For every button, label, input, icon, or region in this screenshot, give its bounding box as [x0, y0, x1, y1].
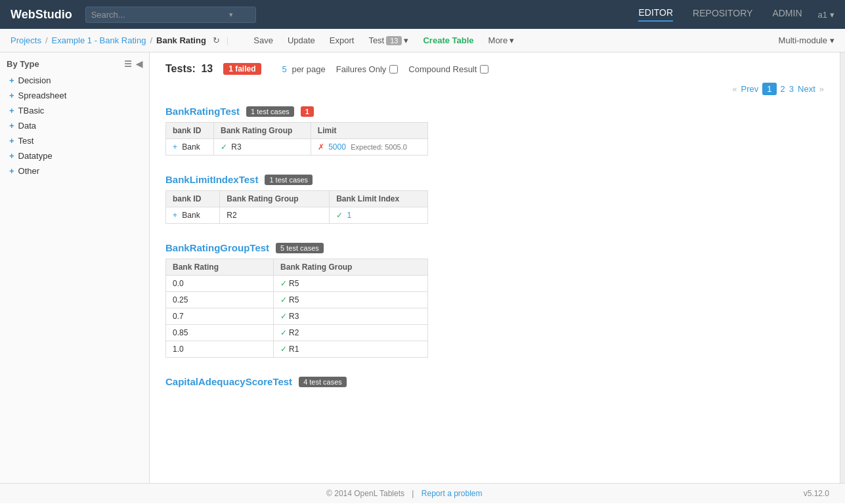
plus-icon: +: [9, 91, 14, 100]
footer: © 2014 OpenL Tablets | Report a problem …: [0, 483, 845, 503]
sidebar-item-spreadsheet[interactable]: + Spreadsheet: [0, 88, 149, 103]
chevron-down-icon: ▾: [229, 10, 233, 19]
sidebar-item-decision[interactable]: + Decision: [0, 73, 149, 88]
test-count-badge: 13: [386, 36, 402, 45]
page-1[interactable]: 1: [762, 83, 776, 95]
sidebar-item-tbasic[interactable]: + TBasic: [0, 103, 149, 118]
report-problem-link[interactable]: Report a problem: [422, 489, 483, 498]
tests-header: Tests: 13 1 failed 5 per page Failures O…: [165, 63, 824, 75]
plus-icon: +: [9, 166, 14, 176]
multi-module-button[interactable]: Multi-module ▾: [779, 35, 834, 45]
version-label: v5.12.0: [804, 489, 829, 498]
cross-icon: ✗: [318, 142, 324, 152]
table-row: 0.85 ✓R2: [166, 325, 428, 341]
prev-page[interactable]: Prev: [741, 84, 759, 94]
chevron-down-icon: ▾: [509, 35, 514, 45]
limit-index-link[interactable]: 1: [347, 211, 352, 220]
nav-links: EDITOR REPOSITORY ADMIN: [638, 7, 802, 22]
per-page-link[interactable]: 5: [282, 64, 287, 74]
more-button[interactable]: More ▾: [483, 33, 520, 48]
bank-rating-group-table: Bank Rating Bank Rating Group 0.0 ✓R5 0.…: [165, 259, 428, 358]
collapse-icon[interactable]: ◀: [136, 59, 142, 69]
refresh-icon[interactable]: ↻: [213, 35, 220, 45]
search-box: ▾: [85, 7, 256, 23]
bank-limit-index-table: bank ID Bank Rating Group Bank Limit Ind…: [165, 190, 428, 224]
test-name-capital-adequacy[interactable]: CapitalAdequacyScoreTest: [165, 376, 292, 387]
sidebar: By Type ☰ ◀ + Decision + Spreadsheet + T…: [0, 52, 150, 483]
test-name-bank-rating[interactable]: BankRatingTest: [165, 106, 240, 117]
menu-icon[interactable]: ☰: [124, 59, 132, 69]
sidebar-item-datatype[interactable]: + Datatype: [0, 148, 149, 163]
test-block-bank-rating: BankRatingTest 1 test cases 1 bank ID Ba…: [165, 106, 824, 156]
plus-icon: +: [9, 121, 14, 131]
limit-link[interactable]: 5000: [328, 142, 346, 152]
test-block-capital-adequacy: CapitalAdequacyScoreTest 4 test cases: [165, 376, 824, 387]
breadcrumb-example[interactable]: Example 1 - Bank Rating: [52, 35, 146, 45]
table-row: 1.0 ✓R1: [166, 341, 428, 358]
test-cases-badge: 5 test cases: [276, 243, 324, 253]
test-cases-badge: 4 test cases: [299, 377, 347, 387]
col-bank-id: bank ID: [166, 123, 214, 139]
check-icon: ✓: [280, 312, 287, 321]
sidebar-header: By Type ☰ ◀: [0, 55, 149, 73]
plus-icon: +: [9, 136, 14, 146]
failures-only: Failures Only: [336, 64, 399, 74]
failures-only-checkbox[interactable]: [389, 65, 398, 74]
expand-icon[interactable]: +: [173, 142, 177, 152]
test-block-bank-limit-index: BankLimitIndexTest 1 test cases bank ID …: [165, 174, 824, 224]
breadcrumb-projects[interactable]: Projects: [11, 35, 41, 45]
compound-result-checkbox[interactable]: [480, 65, 488, 74]
content-area: Tests: 13 1 failed 5 per page Failures O…: [150, 52, 840, 483]
breadcrumb-bar: Projects / Example 1 - Bank Rating / Ban…: [0, 29, 845, 52]
table-row: 0.25 ✓R5: [166, 292, 428, 308]
pagination: « Prev 1 2 3 Next »: [165, 83, 824, 95]
tests-title: Tests: 13: [165, 63, 213, 75]
user-badge[interactable]: a1 ▾: [818, 10, 834, 20]
table-row: + Bank R2 ✓ 1: [166, 207, 428, 224]
test-block-header: CapitalAdequacyScoreTest 4 test cases: [165, 376, 824, 387]
sidebar-item-test[interactable]: + Test: [0, 133, 149, 148]
table-row: + Bank ✓ R3 ✗ 5000 Expected: 5005.0: [166, 139, 428, 156]
top-nav: WebStudio ▾ EDITOR REPOSITORY ADMIN a1 ▾: [0, 0, 845, 29]
bank-rating-table: bank ID Bank Rating Group Limit + Bank ✓: [165, 122, 428, 156]
sidebar-item-data[interactable]: + Data: [0, 118, 149, 133]
table-row: 0.7 ✓R3: [166, 308, 428, 325]
update-button[interactable]: Update: [282, 33, 320, 48]
toolbar-actions: Save Update Export Test 13 ▾ Create Tabl…: [248, 33, 519, 48]
save-button[interactable]: Save: [248, 33, 278, 48]
test-button[interactable]: Test 13 ▾: [363, 33, 414, 48]
test-cases-badge: 1 test cases: [265, 175, 313, 185]
scrollbar[interactable]: [840, 52, 845, 483]
check-icon: ✓: [221, 142, 227, 152]
page-2[interactable]: 2: [781, 84, 785, 94]
chevron-down-icon: ▾: [404, 35, 408, 45]
plus-icon: +: [9, 75, 14, 85]
failed-count-badge: 1: [301, 106, 314, 117]
test-name-bank-limit-index[interactable]: BankLimitIndexTest: [165, 174, 258, 185]
test-block-header: BankLimitIndexTest 1 test cases: [165, 174, 824, 185]
check-icon: ✓: [280, 345, 287, 354]
col-limit: Limit: [311, 123, 427, 139]
test-block-header: BankRatingGroupTest 5 test cases: [165, 242, 824, 253]
col-rating-group: Bank Rating Group: [213, 123, 311, 139]
check-icon: ✓: [336, 211, 343, 220]
breadcrumb-current: Bank Rating: [156, 35, 206, 45]
page-3[interactable]: 3: [789, 84, 794, 94]
chevron-down-icon: ▾: [830, 10, 834, 20]
nav-repository[interactable]: REPOSITORY: [693, 8, 752, 21]
create-table-button[interactable]: Create Table: [418, 33, 479, 48]
brand: WebStudio: [11, 8, 72, 22]
check-icon: ✓: [280, 328, 287, 337]
plus-icon: +: [9, 151, 14, 161]
sidebar-item-other[interactable]: + Other: [0, 163, 149, 178]
next-page[interactable]: Next: [798, 84, 815, 94]
chevron-down-icon: ▾: [830, 35, 834, 45]
test-block-header: BankRatingTest 1 test cases 1: [165, 106, 824, 117]
export-button[interactable]: Export: [324, 33, 360, 48]
expand-icon[interactable]: +: [173, 211, 177, 220]
nav-editor[interactable]: EDITOR: [638, 7, 673, 22]
plus-icon: +: [9, 106, 14, 116]
search-input[interactable]: [91, 10, 229, 20]
test-name-bank-rating-group[interactable]: BankRatingGroupTest: [165, 242, 269, 253]
nav-admin[interactable]: ADMIN: [772, 8, 802, 21]
